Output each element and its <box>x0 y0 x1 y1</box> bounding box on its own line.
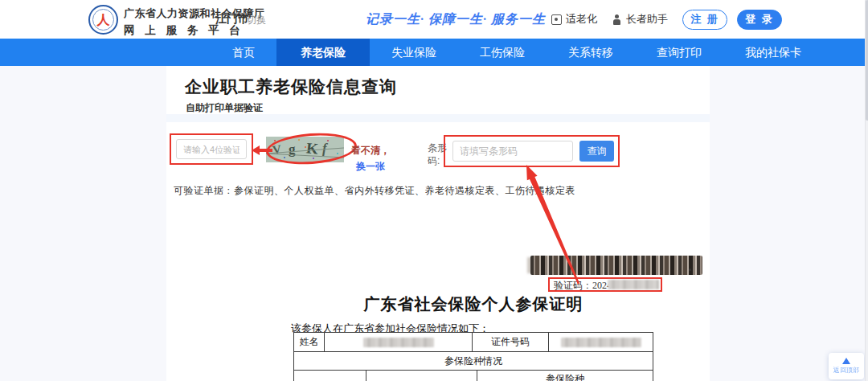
captcha-input[interactable] <box>176 139 247 159</box>
name-value-cell <box>325 333 473 351</box>
accessibility-label: 适老化 <box>566 12 597 27</box>
elder-helper-link[interactable]: 长者助手 <box>612 12 668 27</box>
verify-code-redacted <box>608 280 659 289</box>
verifiable-docs-note: 可验证单据：参保证明、个人权益单、省内外转移凭证、养老待遇核定表、工伤待遇核定表 <box>174 184 575 198</box>
city-switch-link[interactable]: 切换 <box>247 14 266 27</box>
col-time-cell: 参保缴费时间 <box>294 371 366 381</box>
back-to-top-button[interactable]: 返回顶部 <box>829 353 864 379</box>
section-header-cell: 参保险种情况 <box>294 354 653 368</box>
logo-glyph: 人 <box>92 9 114 31</box>
id-redacted <box>561 338 641 347</box>
table-row: 姓名 证件号码 <box>294 333 653 352</box>
nav-item-social-card[interactable]: 我的社保卡 <box>723 39 823 66</box>
name-label-cell: 姓名 <box>294 333 325 351</box>
login-button[interactable]: 登 录 <box>737 10 782 30</box>
slogan: 记录一生· 保障一生· 服务一生 <box>366 11 546 28</box>
barcode-input[interactable] <box>452 141 573 162</box>
id-label-cell: 证件号码 <box>473 333 549 351</box>
nav-item-pension[interactable]: 养老保险 <box>276 39 370 66</box>
refresh-action-text: 换一张 <box>351 158 390 176</box>
nav-item-unemployment[interactable]: 失业保险 <box>370 39 458 66</box>
document-barcode-image <box>530 256 702 275</box>
header: 人 广东省人力资源和社会保障厅 网 上 服 务 平 台 江门市 切换 记录一生·… <box>0 0 868 39</box>
back-to-top-label: 返回顶部 <box>833 365 859 375</box>
elder-person-icon <box>612 14 622 25</box>
page-subtitle: 自助打印单据验证 <box>186 101 263 115</box>
accessibility-icon <box>551 14 562 25</box>
verify-code-text: 验证码：2024 <box>554 279 612 293</box>
accessibility-mode-link[interactable]: 适老化 <box>551 12 597 27</box>
captcha-refresh-link[interactable]: 看不清，换一张 <box>351 144 390 176</box>
col-type-cell: 参保险种 <box>477 371 653 381</box>
main-nav: 首页 养老保险 失业保险 工伤保险 关系转移 查询打印 我的社保卡 <box>0 39 868 66</box>
col-unit-cell: 单位 <box>366 371 477 381</box>
screen: 人 广东省人力资源和社会保障厅 网 上 服 务 平 台 江门市 切换 记录一生·… <box>0 0 868 381</box>
section-divider <box>166 114 710 122</box>
page-title: 企业职工养老保险信息查询 <box>185 76 397 98</box>
certificate-table: 姓名 证件号码 参保险种情况 参保缴费时间 单位 参保险种 <box>293 332 653 381</box>
refresh-hint-text: 看不清， <box>351 145 390 156</box>
register-button[interactable]: 注 册 <box>682 10 727 30</box>
elder-helper-label: 长者助手 <box>626 12 668 27</box>
table-header-row: 参保缴费时间 单位 参保险种 <box>294 371 653 381</box>
org-logo-icon: 人 <box>88 5 118 35</box>
current-city: 江门市 <box>215 12 249 27</box>
nav-item-home[interactable]: 首页 <box>211 39 276 66</box>
header-actions: 适老化 长者助手 注 册 登 录 <box>551 0 782 39</box>
up-arrow-icon <box>842 358 850 364</box>
query-button[interactable]: 查询 <box>579 141 614 162</box>
id-value-cell <box>549 333 653 351</box>
name-redacted <box>363 338 434 347</box>
page-scrollbar[interactable] <box>865 0 868 381</box>
nav-item-transfer[interactable]: 关系转移 <box>547 39 635 66</box>
nav-item-injury[interactable]: 工伤保险 <box>458 39 547 66</box>
table-section-row: 参保险种情况 <box>294 352 653 371</box>
certificate-title: 广东省社会保险个人参保证明 <box>293 293 653 315</box>
nav-item-query-print[interactable]: 查询打印 <box>635 39 723 66</box>
document-barcode-dot <box>689 268 691 271</box>
